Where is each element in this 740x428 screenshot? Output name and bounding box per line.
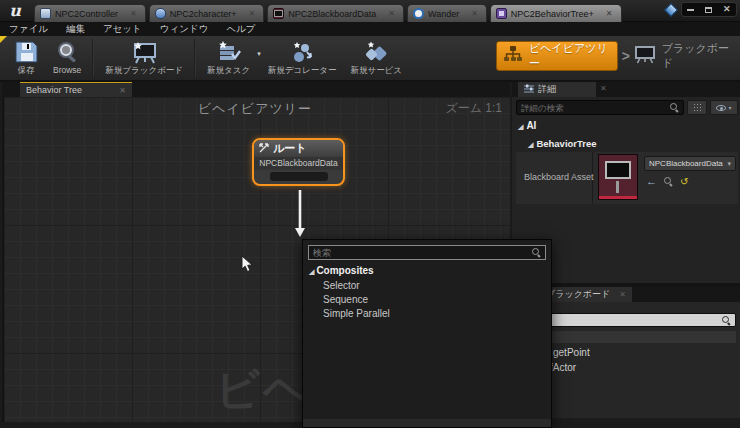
asset-dropdown-value: NPCBlackboardData bbox=[649, 159, 723, 168]
menu-help[interactable]: ヘルプ bbox=[226, 23, 255, 36]
blackboard-asset-label: Blackboard Asset bbox=[524, 172, 594, 182]
new-blackboard-label: 新規ブラックボード bbox=[105, 65, 183, 77]
menu-item-simple-parallel[interactable]: Simple Parallel bbox=[323, 308, 390, 319]
toolbar-buttons: 保存 Browse 新規ブラックボード 新規タスク ▾ bbox=[6, 38, 409, 80]
blackboard-thumb-screen bbox=[605, 161, 631, 179]
category-ai[interactable]: ◢AI bbox=[518, 120, 536, 131]
menu-file[interactable]: ファイル bbox=[9, 23, 48, 36]
close-icon[interactable]: ✕ bbox=[388, 9, 395, 18]
save-label: 保存 bbox=[18, 65, 35, 77]
blackboard-asset-dropdown[interactable]: NPCBlackboardData ▾ bbox=[644, 156, 736, 171]
eye-icon bbox=[716, 105, 726, 111]
close-icon[interactable]: ✕ bbox=[130, 9, 137, 18]
details-sliders-icon bbox=[524, 84, 534, 95]
close-icon[interactable]: ✕ bbox=[606, 9, 613, 18]
behavior-tree-mode-button[interactable]: ビヘイビアツリー bbox=[496, 41, 618, 71]
reset-to-default-icon[interactable]: ↺ bbox=[680, 177, 688, 187]
property-matrix-button[interactable] bbox=[687, 100, 707, 115]
composites-category[interactable]: ◢Composites bbox=[309, 265, 374, 276]
doc-tab-npc2controller[interactable]: NPC2Controller ✕ bbox=[34, 4, 146, 22]
blackboard-thumb-leg bbox=[616, 181, 619, 193]
new-service-button[interactable]: 新規サービス bbox=[343, 38, 409, 77]
details-search-input[interactable] bbox=[521, 103, 670, 113]
doc-tab-label: NPC2BlackboardData bbox=[288, 9, 376, 19]
connection-arrow bbox=[293, 190, 307, 240]
chevron-down-icon: ▾ bbox=[727, 160, 731, 168]
expand-triangle-icon[interactable]: ◢ bbox=[518, 123, 523, 130]
chevron-down-icon: ▾ bbox=[728, 104, 731, 111]
search-icon bbox=[670, 103, 679, 112]
menu-window[interactable]: ウィンドウ bbox=[160, 23, 209, 36]
close-icon[interactable]: ✕ bbox=[600, 84, 607, 93]
new-decorator-button[interactable]: 新規デコレーター bbox=[261, 38, 344, 77]
details-search-row: ▾ bbox=[516, 100, 738, 115]
context-menu-search[interactable] bbox=[308, 245, 546, 260]
node-context-menu: ◢Composites Selector Sequence Simple Par… bbox=[302, 239, 552, 428]
document-tab-bar: NPC2Controller ✕ NPC2character+ ✕ NPC2Bl… bbox=[34, 4, 622, 22]
menu-edit[interactable]: 編集 bbox=[66, 23, 85, 36]
new-task-icon bbox=[216, 40, 242, 64]
new-task-button[interactable]: 新規タスク ▾ bbox=[200, 38, 261, 77]
menu-item-selector[interactable]: Selector bbox=[323, 280, 360, 291]
close-icon[interactable]: ✕ bbox=[471, 9, 478, 18]
editor-mode-switch: ビヘイビアツリー > ブラックボード bbox=[496, 41, 740, 71]
root-node-title: ルート bbox=[273, 141, 307, 156]
asset-color-strip bbox=[599, 196, 637, 199]
doc-tab-npc2blackboarddata[interactable]: NPC2BlackboardData ✕ bbox=[267, 4, 404, 22]
browse-button[interactable]: Browse bbox=[46, 38, 88, 75]
close-icon[interactable]: ✕ bbox=[249, 9, 256, 18]
context-search-input[interactable] bbox=[313, 248, 532, 258]
expand-triangle-icon[interactable]: ◢ bbox=[528, 141, 533, 148]
blackboard-asset-thumbnail[interactable] bbox=[598, 154, 638, 200]
use-selected-icon[interactable]: ← bbox=[646, 176, 657, 187]
mouse-cursor bbox=[241, 255, 253, 275]
close-icon[interactable]: ✕ bbox=[619, 290, 626, 299]
save-button[interactable]: 保存 bbox=[6, 38, 46, 77]
behavior-tree-document-tab[interactable]: Behavior Tree ✕ bbox=[20, 82, 132, 97]
menu-asset[interactable]: アセット bbox=[103, 23, 142, 36]
save-icon bbox=[13, 40, 39, 64]
new-task-label: 新規タスク bbox=[207, 65, 250, 77]
menu-item-sequence[interactable]: Sequence bbox=[323, 294, 368, 305]
blackboard-key-entry[interactable]: getPoint bbox=[553, 347, 590, 358]
blackboard-monitor-icon bbox=[634, 45, 656, 67]
controller-icon bbox=[40, 8, 51, 19]
mode-chevron-icon: > bbox=[622, 48, 630, 64]
new-blackboard-button[interactable]: 新規ブラックボード bbox=[98, 38, 190, 77]
category-behaviortree[interactable]: ◢BehaviorTree bbox=[528, 138, 597, 149]
details-search-field[interactable] bbox=[516, 100, 684, 115]
doc-tab-npc2behaviortree[interactable]: NPC2BehaviorTree+ ✕ bbox=[490, 4, 622, 22]
new-decorator-label: 新規デコレーター bbox=[268, 65, 337, 77]
maximize-icon[interactable] bbox=[705, 7, 712, 13]
behavior-tree-mode-label: ビヘイビアツリー bbox=[529, 41, 617, 71]
asset-operation-buttons: ← ↺ bbox=[646, 176, 688, 187]
new-decorator-icon bbox=[288, 40, 316, 64]
doc-tab-wander[interactable]: Wander ✕ bbox=[407, 4, 487, 22]
blackboard-key-entry[interactable]: fActor bbox=[550, 362, 576, 373]
close-window-icon[interactable]: ✕ bbox=[723, 5, 731, 14]
grid-icon bbox=[693, 103, 702, 112]
root-node-output-pin[interactable] bbox=[270, 172, 328, 181]
menu-bar: ファイル 編集 アセット ウィンドウ ヘルプ bbox=[0, 22, 740, 36]
search-icon bbox=[722, 316, 731, 325]
zoom-level-label: ズーム 1:1 bbox=[380, 100, 502, 117]
graph-tab-label: Behavior Tree bbox=[26, 85, 82, 95]
close-icon[interactable]: ✕ bbox=[119, 86, 126, 95]
browse-to-asset-icon[interactable] bbox=[664, 177, 673, 186]
minimize-icon[interactable] bbox=[687, 9, 694, 11]
view-options-button[interactable]: ▾ bbox=[710, 100, 738, 115]
root-node[interactable]: ルート NPCBlackboardData bbox=[252, 138, 345, 186]
new-service-icon bbox=[362, 40, 390, 64]
toolbar-separator bbox=[194, 39, 196, 77]
character-icon bbox=[155, 8, 166, 19]
details-tab[interactable]: 詳細 bbox=[518, 82, 596, 97]
search-magnifier-icon bbox=[54, 40, 80, 64]
blackboard-tab[interactable]: ブラックボード ✕ bbox=[540, 287, 632, 302]
blackboard-mode-label: ブラックボード bbox=[662, 41, 740, 71]
expand-triangle-icon[interactable]: ◢ bbox=[309, 268, 314, 275]
doc-tab-label: NPC2character+ bbox=[170, 9, 237, 19]
doc-tab-npc2character[interactable]: NPC2character+ ✕ bbox=[149, 4, 264, 22]
context-menu-footer bbox=[303, 419, 551, 427]
blackboard-mode-button[interactable]: ブラックボード bbox=[634, 41, 740, 71]
doc-tab-label: NPC2Controller bbox=[55, 9, 118, 19]
